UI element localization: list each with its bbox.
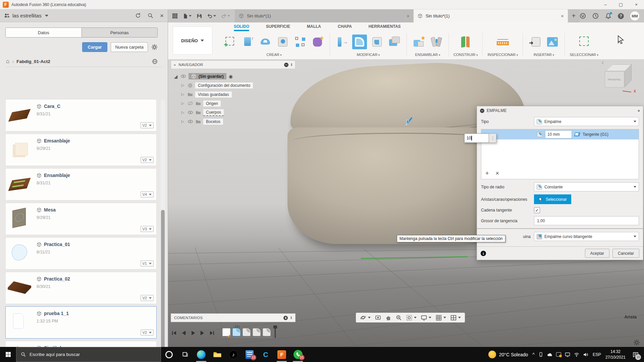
group-label-insertar[interactable]: INSERTAR bbox=[528, 53, 560, 57]
ribbon-tab-herramientas[interactable]: HERRAMIENTAS bbox=[369, 24, 401, 31]
collapse-circle-icon[interactable] bbox=[284, 63, 288, 67]
tangent-chain-checkbox[interactable]: ✓ bbox=[534, 207, 540, 213]
tangency-weight-field[interactable]: 1.00 bbox=[534, 216, 639, 225]
eye-off-icon[interactable] bbox=[187, 101, 193, 106]
extensions-icon[interactable] bbox=[580, 13, 586, 19]
file-menu-icon[interactable] bbox=[183, 13, 188, 19]
skip-end-icon[interactable] bbox=[209, 330, 215, 336]
tree-node-origen[interactable]: ▷ Origen bbox=[173, 99, 253, 108]
zoom-tool[interactable] bbox=[396, 315, 402, 321]
joint-icon[interactable] bbox=[429, 35, 444, 49]
select-tool-icon[interactable] bbox=[577, 35, 591, 49]
comments-bar[interactable]: COMENTARIOS ‖ bbox=[171, 313, 296, 322]
tiktok-icon[interactable]: ♪ bbox=[225, 347, 241, 362]
expand-closed-icon[interactable]: ▷ bbox=[180, 119, 185, 124]
dialog-collapse-icon[interactable] bbox=[480, 109, 484, 113]
document-tab[interactable]: Sin título*(1) × bbox=[235, 9, 414, 22]
group-label-crear[interactable]: CREAR bbox=[223, 53, 325, 57]
ribbon-tab-superficie[interactable]: SUPERFICIE bbox=[266, 24, 290, 31]
version-badge[interactable]: V3 bbox=[141, 226, 154, 232]
version-badge[interactable]: V1 bbox=[141, 260, 154, 266]
version-badge[interactable]: V4 bbox=[141, 191, 154, 197]
version-badge[interactable]: V2 bbox=[141, 122, 154, 128]
list-item[interactable]: Practica_02 8/30/21 V2 bbox=[5, 272, 157, 304]
tipo-select[interactable]: Empalme bbox=[534, 117, 639, 126]
group-label-construir[interactable]: CONSTRUIR bbox=[453, 53, 478, 57]
remove-selection-icon[interactable]: × bbox=[496, 170, 499, 177]
hole-icon[interactable] bbox=[275, 35, 290, 49]
close-button[interactable]: × bbox=[629, 0, 644, 9]
eye-icon[interactable] bbox=[180, 73, 186, 79]
tree-node-cuerpos[interactable]: ▷ Cuerpos bbox=[173, 108, 253, 117]
press-pull-icon[interactable]: → bbox=[335, 35, 350, 49]
display-tray-icon[interactable] bbox=[565, 352, 570, 357]
canvas-image-icon[interactable] bbox=[545, 35, 560, 49]
list-item[interactable]: Mesa 9/29/21 V3 bbox=[5, 203, 157, 235]
volume-icon[interactable] bbox=[583, 352, 588, 357]
tab-close-icon[interactable]: × bbox=[561, 13, 564, 19]
maximize-button[interactable]: ▢ bbox=[613, 0, 629, 9]
avatar[interactable]: MM bbox=[630, 11, 639, 20]
corner-type-select[interactable]: Empalme curvo bitangente bbox=[534, 232, 639, 241]
tree-node-vistas[interactable]: ▷ Vistas guardadas bbox=[173, 90, 253, 99]
blue-app-icon[interactable]: 33 bbox=[241, 347, 258, 362]
create-sketch-icon[interactable]: + bbox=[223, 35, 238, 49]
redo-icon[interactable] bbox=[221, 13, 227, 19]
upload-button[interactable]: Cargar bbox=[82, 42, 108, 52]
timeline-playhead[interactable] bbox=[275, 328, 276, 338]
task-view-icon[interactable] bbox=[177, 347, 193, 362]
create-form-icon[interactable]: ★ bbox=[310, 35, 325, 49]
expand-open-icon[interactable]: ◢ bbox=[173, 74, 178, 79]
viewcube-front-face[interactable]: FRONTAL bbox=[605, 71, 624, 87]
globe-icon[interactable] bbox=[152, 59, 158, 64]
expand-closed-icon[interactable]: ▷ bbox=[180, 110, 185, 115]
group-label-seleccionar[interactable]: SELECCIONAR bbox=[570, 53, 598, 57]
version-badge[interactable]: V2 bbox=[141, 157, 154, 163]
dialog-pin-icon[interactable]: » bbox=[638, 108, 640, 113]
dimension-value[interactable]: 10 bbox=[467, 136, 471, 140]
extrude-icon[interactable]: ↑ bbox=[240, 35, 255, 49]
phone-link-icon[interactable] bbox=[538, 352, 543, 357]
team-chevron-icon[interactable] bbox=[45, 15, 48, 17]
expand-closed-icon[interactable]: ▷ bbox=[180, 92, 185, 97]
step-forward-icon[interactable] bbox=[200, 330, 205, 336]
skip-start-icon[interactable] bbox=[171, 330, 177, 336]
shell-icon[interactable] bbox=[370, 35, 384, 49]
timeline-fillet-op[interactable] bbox=[263, 328, 271, 336]
action-center-icon[interactable]: 10 bbox=[630, 347, 641, 362]
workspace-selector[interactable]: DISEÑO bbox=[173, 26, 212, 55]
viewport-canvas[interactable]: « NAVEGADOR ‖ ◢ (Sin guardar) ◉ ▷ bbox=[168, 60, 644, 347]
eye-icon[interactable] bbox=[187, 119, 193, 124]
update-tray-icon[interactable] bbox=[556, 352, 561, 357]
add-comment-icon[interactable] bbox=[283, 316, 288, 320]
radio-activate-icon[interactable]: ◉ bbox=[229, 74, 233, 79]
c-app-icon[interactable]: C bbox=[258, 347, 274, 362]
help-icon[interactable]: ? bbox=[618, 13, 624, 19]
undo-icon[interactable] bbox=[207, 13, 213, 19]
team-name[interactable]: las estrellitas bbox=[12, 13, 42, 18]
list-item[interactable]: Ensamblaje 8/31/21 V4 bbox=[5, 168, 157, 200]
expand-closed-icon[interactable]: ▷ bbox=[180, 83, 185, 87]
new-component-icon[interactable]: ★ bbox=[412, 35, 426, 49]
select-button[interactable]: Seleccionar bbox=[534, 194, 571, 204]
drag-handle-icon[interactable]: ⋮ bbox=[489, 133, 496, 143]
save-icon[interactable] bbox=[197, 13, 202, 19]
file-explorer-icon[interactable] bbox=[209, 347, 225, 362]
version-badge[interactable]: V2 bbox=[141, 295, 154, 301]
timeline-fillet-op[interactable] bbox=[253, 328, 261, 336]
search-icon[interactable] bbox=[148, 13, 153, 18]
info-icon[interactable]: i bbox=[481, 251, 486, 256]
tab-datos[interactable]: Datos bbox=[6, 28, 82, 37]
group-label-modificar[interactable]: MODIFICAR bbox=[335, 53, 402, 57]
panel-gear-icon[interactable] bbox=[151, 44, 158, 50]
list-item[interactable]: Cara_C 8/31/21 V2 bbox=[5, 99, 157, 131]
combine-icon[interactable] bbox=[387, 35, 402, 49]
radius-field[interactable]: 10 mm bbox=[545, 130, 572, 138]
timeline-fillet-op[interactable] bbox=[243, 328, 251, 336]
timeline-fillet-op-editing[interactable] bbox=[232, 328, 240, 336]
play-icon[interactable] bbox=[190, 330, 196, 336]
list-item-selected[interactable]: prueba 1_1 1:32:15 PM V2 bbox=[5, 306, 157, 339]
expand-closed-icon[interactable]: ▷ bbox=[180, 101, 185, 106]
manipulator-arrow-icon[interactable] bbox=[403, 116, 414, 128]
viewcube[interactable]: FRONTAL Z X bbox=[602, 61, 637, 96]
